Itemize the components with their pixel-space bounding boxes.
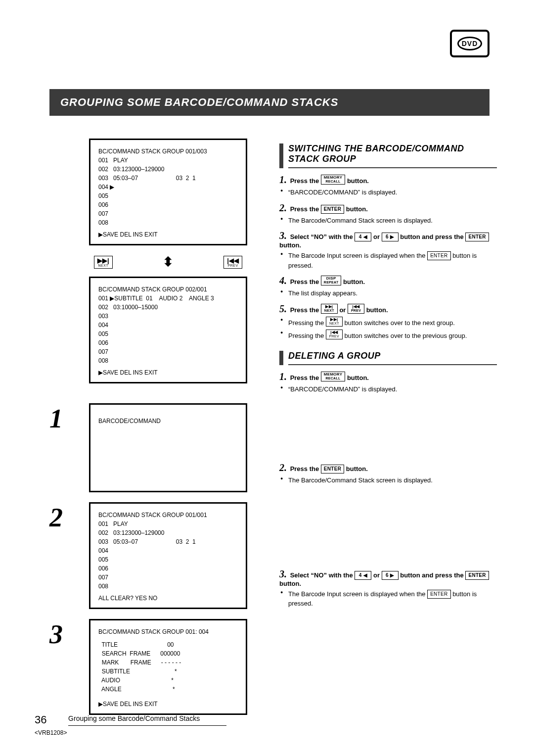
step-3b: 3. Select “NO” with the 4 ◀ or 6 ▶ butto… (279, 568, 497, 587)
panel-footer: ALL CLEAR? YES NO (98, 591, 238, 603)
left-key-icon: 4 ◀ (355, 233, 371, 241)
kb: REPEAT (324, 281, 339, 285)
panel-header: BC/COMMAND STACK GROUP 001: 004 (98, 627, 238, 636)
t: or (338, 306, 348, 314)
bullet: The Barcode/Command Stack screen is disp… (279, 475, 497, 485)
t: button and press the (399, 571, 466, 579)
page-number: 36 (35, 713, 46, 726)
bullet-list: The list display appears. (279, 288, 497, 298)
kt: |◀◀ (351, 304, 361, 309)
step-number-2: 2 (49, 502, 63, 533)
enter-key-icon: ENTER (321, 465, 344, 473)
panel-line: TITLE 00 (98, 640, 238, 649)
t: Press the (290, 374, 321, 381)
prev-symbol: |◀◀ (227, 257, 239, 264)
heading-text: SWITCHING THE BARCODE/COMMAND STACK GROU… (288, 143, 497, 168)
step-num: 3. (279, 230, 287, 241)
footer-title: Grouping some Barcode/Command Stacks (68, 714, 226, 726)
enter-key-icon: ENTER (321, 205, 344, 214)
panel-footer: ▶SAVE DEL INS EXIT (98, 365, 238, 377)
step-number-3: 3 (49, 619, 63, 650)
panel-line: 005 (98, 555, 238, 564)
kb: NEXT (329, 322, 340, 326)
panel-line: 006 (98, 200, 238, 209)
bullet-list: Pressing the ▶▶|NEXT button switches ove… (279, 317, 497, 341)
step-text: Select “NO” with the 4 ◀ or 6 ▶ button a… (279, 233, 489, 249)
panel-line: 002 03:123000–129000 (98, 528, 238, 537)
panel-text: BARCODE/COMMAND (98, 412, 238, 425)
panel-line: 004 (98, 546, 238, 555)
t: button. (279, 580, 301, 587)
screen-panel-group-002: BC/COMMAND STACK GROUP 002/001 001 ▶SUBT… (89, 277, 247, 383)
screen-panel-group-003: BC/COMMAND STACK GROUP 001/003 001 PLAY … (89, 139, 247, 245)
t: Press the (290, 465, 321, 472)
t: button and press the (399, 233, 466, 240)
panel-header: BC/COMMAND STACK GROUP 001/003 (98, 147, 238, 156)
step-num: 2. (279, 462, 287, 473)
bullet: The Barcode/Command Stack screen is disp… (279, 216, 497, 226)
enter-key-icon: ENTER (465, 571, 489, 580)
panel-line: SUBTITLE * (98, 667, 238, 676)
t: button. (364, 306, 388, 314)
screen-panel-search-frame: BC/COMMAND STACK GROUP 001: 004 TITLE 00… (89, 619, 247, 715)
t: Press the (290, 177, 321, 185)
heading-text: DELETING A GROUP (288, 351, 497, 365)
kb: PREV (351, 309, 361, 313)
kb: RECALL (324, 377, 343, 381)
t: Select “NO” with the (290, 571, 355, 579)
panel-line: AUDIO * (98, 676, 238, 685)
kt: |◀◀ (329, 330, 340, 334)
section-heading-switching: SWITCHING THE BARCODE/COMMAND STACK GROU… (279, 143, 497, 168)
heading-bar (279, 143, 283, 168)
kt: DISP (324, 276, 339, 281)
prev-key-icon: |◀◀ PREV (223, 256, 242, 269)
panel-line: MARK FRAME - - - - - - (98, 658, 238, 667)
disp-repeat-key-icon: DISPREPEAT (321, 276, 342, 285)
arrow-row: ▶▶| NEXT ⬍ |◀◀ PREV (89, 252, 247, 277)
t: button. (345, 374, 369, 381)
page-title: GROUPING SOME BARCODE/COMMAND STACKS (49, 89, 490, 116)
t: button switches over to the previous gro… (343, 332, 467, 339)
panel-header: BC/COMMAND STACK GROUP 001/001 (98, 511, 238, 520)
section-heading-deleting: DELETING A GROUP (279, 351, 497, 365)
panel-line: 008 (98, 356, 238, 365)
step-2: 2. Press the ENTER button. (279, 202, 497, 214)
updown-arrow-icon: ⬍ (163, 254, 174, 270)
step-number-1: 1 (49, 403, 63, 434)
bullet: The Barcode Input screen is displayed wh… (279, 251, 497, 270)
kt: MEMORY (324, 175, 343, 180)
panel-line: 007 (98, 347, 238, 356)
prev-key-icon: |◀◀PREV (348, 304, 364, 314)
next-key-icon: ▶▶|NEXT (321, 304, 338, 314)
screen-panel-barcode-command: BARCODE/COMMAND (89, 403, 247, 492)
step-num: 3. (279, 568, 287, 579)
panel-line: 006 (98, 338, 238, 347)
step-text: Press the DISPREPEAT button. (290, 278, 365, 285)
panel-line: 001 PLAY (98, 156, 238, 165)
kb: PREV (329, 334, 340, 339)
panel-line: 003 05:03–07 03 2 1 (98, 537, 238, 546)
bullet: “BARCODE/COMMAND” is displayed. (279, 188, 497, 197)
next-label: NEXT (98, 264, 108, 267)
dvd-logo-text: DVD (457, 37, 483, 50)
panel-footer: ▶SAVE DEL INS EXIT (98, 694, 238, 709)
enter-key-icon: ENTER (427, 251, 450, 260)
panel-line: 001 PLAY (98, 520, 238, 528)
panel-line: 002 03:123000–129000 (98, 165, 238, 174)
prev-label: PREV (228, 264, 238, 267)
panel-line: 001 ▶SUBTITLE 01 AUDIO 2 ANGLE 3 (98, 294, 238, 303)
t: or (371, 571, 381, 579)
panel-line: 005 (98, 330, 238, 338)
panel-line: 003 (98, 312, 238, 321)
bullet-list: The Barcode Input screen is displayed wh… (279, 589, 497, 609)
enter-key-icon: ENTER (465, 233, 489, 241)
kt: ▶▶| (324, 304, 335, 309)
kb: RECALL (324, 180, 343, 184)
panel-line: 004 (98, 321, 238, 330)
t: Press the (290, 205, 321, 213)
t: Press the (290, 278, 321, 285)
step-1b: 1. Press the MEMORYRECALL button. (279, 371, 497, 382)
memory-recall-key-icon: MEMORYRECALL (321, 175, 346, 185)
step-3: 3. Select “NO” with the 4 ◀ or 6 ▶ butto… (279, 230, 497, 249)
t: button. (341, 278, 365, 285)
